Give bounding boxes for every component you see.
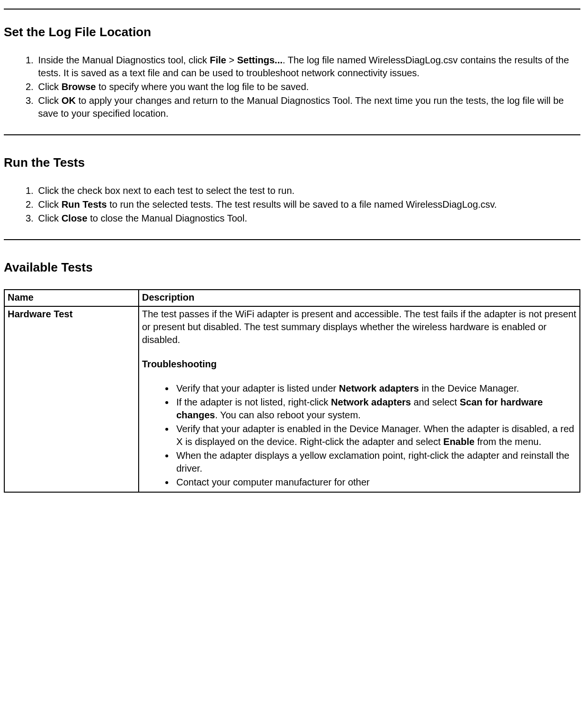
list-item: If the adapter is not listed, right-clic…	[174, 396, 577, 422]
list-item: Contact your computer manufacturer for o…	[174, 476, 577, 489]
text: Contact your computer manufacturer for o…	[176, 477, 370, 487]
run-tests-steps: Click the check box next to each test to…	[4, 184, 580, 225]
text: to specify where you want the log file t…	[96, 81, 309, 92]
text: Click	[38, 81, 61, 92]
text: Verify that your adapter is listed under	[176, 383, 339, 394]
bold-text: Enable	[443, 436, 475, 447]
test-desc-cell: The test passes if the WiFi adapter is p…	[139, 306, 580, 492]
text: to close the Manual Diagnostics Tool.	[87, 213, 247, 223]
text: Inside the Manual Diagnostics tool, clic…	[38, 55, 210, 65]
list-item: Verify that your adapter is listed under…	[174, 382, 577, 395]
bold-text: File	[210, 55, 226, 65]
list-item: Inside the Manual Diagnostics tool, clic…	[36, 54, 580, 80]
test-description: The test passes if the WiFi adapter is p…	[142, 308, 577, 346]
text: When the adapter displays a yellow excla…	[176, 450, 569, 474]
list-item: Click Run Tests to run the selected test…	[36, 198, 580, 211]
text: Click the check box next to each test to…	[38, 185, 294, 196]
bold-text: Network adapters	[339, 383, 419, 394]
table-header-desc: Description	[139, 290, 580, 306]
bold-text: Browse	[61, 81, 96, 92]
section-heading-available-tests: Available Tests	[4, 259, 580, 276]
table-header-name: Name	[4, 290, 139, 306]
text: Click	[38, 213, 61, 223]
list-item: Click OK to apply your changes and retur…	[36, 94, 580, 120]
bold-text: Network adapters	[331, 397, 411, 407]
text: from the menu.	[475, 436, 541, 447]
list-item: When the adapter displays a yellow excla…	[174, 449, 577, 475]
list-item: Click Browse to specify where you want t…	[36, 81, 580, 93]
text: Click	[38, 199, 61, 210]
troubleshooting-list: Verify that your adapter is listed under…	[142, 382, 577, 489]
bold-text: Close	[61, 213, 87, 223]
text: and select	[411, 397, 459, 407]
top-divider	[4, 9, 580, 10]
bold-text: OK	[61, 95, 76, 106]
section-divider	[4, 134, 580, 135]
text: to run the selected tests. The test resu…	[107, 199, 497, 210]
troubleshooting-title: Troubleshooting	[142, 358, 577, 371]
list-item: Click the check box next to each test to…	[36, 184, 580, 197]
table-header-row: Name Description	[4, 290, 580, 306]
table-row: Hardware Test The test passes if the WiF…	[4, 306, 580, 492]
available-tests-table: Name Description Hardware Test The test …	[4, 289, 580, 493]
text: If the adapter is not listed, right-clic…	[176, 397, 331, 407]
bold-text: Run Tests	[61, 199, 107, 210]
text: Click	[38, 95, 61, 106]
list-item: Verify that your adapter is enabled in t…	[174, 423, 577, 448]
list-item: Click Close to close the Manual Diagnost…	[36, 212, 580, 225]
bold-text: Settings...	[237, 55, 283, 65]
text: in the Device Manager.	[419, 383, 519, 394]
section-heading-log-file: Set the Log File Location	[4, 24, 580, 40]
section-heading-run-tests: Run the Tests	[4, 154, 580, 171]
log-file-steps: Inside the Manual Diagnostics tool, clic…	[4, 54, 580, 120]
text: >	[226, 55, 237, 65]
section-divider	[4, 239, 580, 240]
text: . You can also reboot your system.	[215, 410, 361, 420]
text: to apply your changes and return to the …	[38, 95, 564, 119]
test-name-cell: Hardware Test	[4, 306, 139, 492]
